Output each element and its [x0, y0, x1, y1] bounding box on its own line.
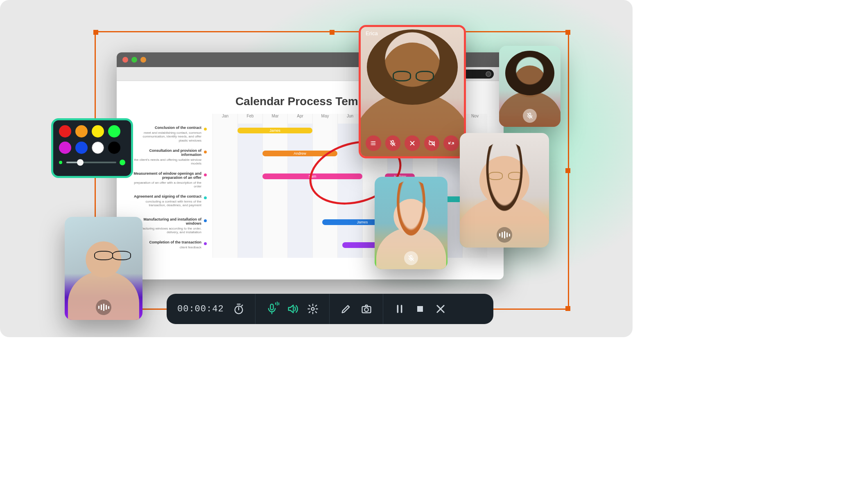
- color-swatch[interactable]: [108, 125, 120, 137]
- stop-icon[interactable]: [414, 303, 426, 315]
- month-header-cell: Mar: [262, 114, 287, 124]
- svg-point-2: [371, 144, 371, 145]
- color-palette: [51, 118, 133, 178]
- gantt-row-label: Measurement of window openings and prepa…: [133, 172, 207, 189]
- month-header-cell: Feb: [237, 114, 262, 124]
- window-maximize-dot[interactable]: [140, 57, 146, 63]
- mute-mic-button[interactable]: [385, 135, 401, 151]
- camera-icon[interactable]: [361, 303, 372, 315]
- color-swatch[interactable]: [75, 142, 88, 154]
- svg-point-0: [371, 142, 371, 142]
- gantt-row-labels: Conclusion of the contractmeet and estab…: [133, 114, 207, 258]
- month-header-cell: Apr: [287, 114, 312, 124]
- slider-thumb[interactable]: [77, 159, 84, 166]
- participant-card-main: Erica: [359, 25, 466, 158]
- palette-row: [59, 125, 125, 137]
- participant-controls: [366, 134, 459, 152]
- recorder-tools-segment: [330, 294, 383, 324]
- stage: Calendar Process Template Conclusion of …: [0, 0, 633, 337]
- month-header-cell: Nov: [462, 114, 487, 124]
- stopwatch-icon[interactable]: [233, 303, 244, 315]
- color-swatch[interactable]: [59, 142, 71, 154]
- video-off-button[interactable]: [424, 135, 440, 151]
- color-swatch[interactable]: [92, 125, 104, 137]
- audio-wave-badge: [96, 300, 111, 315]
- gantt-row-label: Completion of the transactionclient feed…: [133, 241, 207, 258]
- participant-card: [65, 217, 142, 320]
- svg-rect-8: [270, 304, 273, 310]
- svg-point-1: [371, 143, 371, 144]
- close-button[interactable]: [405, 135, 420, 151]
- window-close-dot[interactable]: [122, 57, 128, 63]
- pause-icon[interactable]: [394, 303, 405, 315]
- gantt-row-label: Consultation and provision of informatio…: [133, 149, 207, 166]
- svg-point-9: [311, 308, 314, 311]
- recorder-time-segment: 00:00:42: [167, 294, 255, 324]
- gantt-row-label: Manufacturing and installation of window…: [133, 218, 207, 235]
- recorder-bar: 00:00:42: [167, 294, 493, 324]
- slider-end-dot: [120, 160, 125, 165]
- mic-muted-badge: [404, 251, 418, 265]
- window-minimize-dot[interactable]: [131, 57, 137, 63]
- color-swatch[interactable]: [59, 125, 71, 137]
- selection-handle[interactable]: [565, 30, 570, 35]
- recorder-playback-segment: [383, 294, 457, 324]
- pencil-icon[interactable]: [340, 303, 352, 315]
- participant-name: Erica: [366, 30, 378, 36]
- participant-card: [460, 133, 549, 248]
- camera-icon: [486, 71, 491, 77]
- mic-button[interactable]: [266, 303, 278, 315]
- close-icon[interactable]: [435, 303, 446, 315]
- color-swatch[interactable]: [92, 142, 104, 154]
- selection-handle[interactable]: [93, 30, 98, 35]
- recorder-time: 00:00:42: [177, 304, 224, 314]
- gantt-row-label: Agreement and signing of the contractcon…: [133, 195, 207, 212]
- selection-handle[interactable]: [565, 306, 570, 311]
- audio-wave-badge: [497, 227, 512, 243]
- mic-muted-badge: [523, 109, 537, 123]
- svg-point-11: [364, 308, 368, 311]
- slider-track[interactable]: [66, 162, 116, 163]
- brush-size-slider[interactable]: [59, 160, 125, 165]
- selection-handle[interactable]: [565, 168, 570, 173]
- speaker-icon[interactable]: [287, 303, 298, 315]
- slider-start-dot: [59, 161, 62, 164]
- recorder-audio-segment: [255, 294, 330, 324]
- palette-row: [59, 142, 125, 154]
- participant-card: [375, 177, 448, 269]
- color-swatch[interactable]: [108, 142, 120, 154]
- gantt-bar: James: [237, 128, 312, 133]
- selection-handle[interactable]: [330, 30, 335, 35]
- color-swatch[interactable]: [75, 125, 88, 137]
- list-button[interactable]: [366, 135, 381, 151]
- participant-card: [499, 46, 561, 127]
- month-header-cell: May: [312, 114, 337, 124]
- settings-icon[interactable]: [307, 303, 319, 315]
- gantt-row-label: Conclusion of the contractmeet and estab…: [133, 126, 207, 143]
- month-header-cell: Jan: [212, 114, 237, 124]
- svg-rect-12: [417, 306, 423, 312]
- minimize-button[interactable]: [443, 135, 459, 151]
